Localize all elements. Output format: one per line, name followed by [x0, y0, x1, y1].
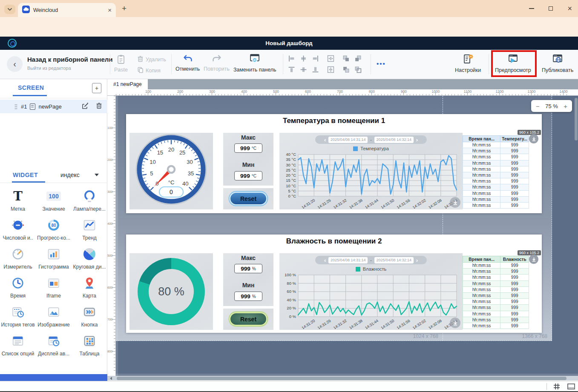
align-right-icon[interactable] [312, 55, 320, 63]
align-bottom-icon[interactable] [312, 66, 320, 74]
donut-widget[interactable]: 80 % [129, 253, 213, 330]
range-prev-icon[interactable]: ‹ [324, 258, 326, 263]
data-table-widget[interactable]: 960 x 105.2 Время пан... Температу... hh… [463, 135, 529, 209]
window-maximize-icon[interactable] [549, 6, 553, 11]
distribute-v-icon[interactable] [327, 66, 336, 74]
vertical-scrollbar[interactable] [575, 97, 578, 374]
max-input[interactable]: 999°C [234, 143, 262, 153]
boundary-toggle-icon[interactable] [567, 383, 575, 391]
bring-front-icon[interactable] [354, 55, 363, 63]
send-backward-icon[interactable] [342, 66, 351, 74]
widget-item[interactable]: Список опций [0, 330, 36, 359]
zoom-out-button[interactable]: − [536, 103, 540, 110]
page-list-item[interactable]: #1 newPage [0, 100, 107, 113]
align-top-icon[interactable] [288, 66, 296, 74]
drag-handle-icon[interactable] [14, 104, 17, 109]
minmax-widget[interactable]: Макс 999°C Мин 999°C [223, 133, 273, 186]
align-left-icon[interactable] [288, 55, 296, 63]
date-range-control[interactable]: ‹ 2025/04/08 14:31:14 - 2025/04/08 14:32… [315, 256, 427, 264]
widget-item[interactable]: T Метка [0, 186, 36, 215]
edit-page-icon[interactable] [82, 102, 89, 111]
distribute-h-icon[interactable] [327, 55, 336, 63]
trend-chart-widget[interactable]: ‹ 2025/04/08 14:31:14 - 2025/04/08 14:32… [279, 253, 463, 330]
gauge-widget[interactable]: 0510152025303540 °C 0 [129, 133, 213, 209]
widget-item[interactable]: Тренд [72, 215, 107, 243]
widget-item[interactable]: 80 Прогресс-ко... [36, 215, 72, 243]
widget-item[interactable]: Карта [72, 272, 107, 301]
tab-index[interactable]: индекс [60, 172, 80, 178]
copy-button[interactable]: Копия [137, 66, 161, 74]
minmax-widget[interactable]: Макс 999% Мин 999% [223, 253, 273, 306]
widget-item[interactable]: Время [0, 272, 36, 301]
date-range-control[interactable]: ‹ 2025/04/08 14:31:14 - 2025/04/08 14:32… [315, 135, 427, 144]
horizontal-scrollbar[interactable] [107, 376, 578, 381]
add-page-button[interactable]: + [92, 83, 101, 93]
download-table-icon[interactable] [529, 255, 538, 264]
download-table-icon[interactable] [529, 134, 538, 143]
send-back-icon[interactable] [354, 66, 363, 74]
range-prev-icon[interactable]: ‹ [324, 137, 326, 143]
date-to-input[interactable]: 2025/04/08 14:32:14 [374, 257, 414, 263]
max-input[interactable]: 999% [234, 264, 262, 273]
widget-item[interactable]: Гистограмма [36, 243, 72, 272]
tab-screen[interactable]: SCREEN [18, 84, 44, 91]
widget-item[interactable]: Изображение [36, 301, 72, 330]
widget-item[interactable]: Дисплей ав... [36, 330, 72, 359]
grid-toggle-icon[interactable] [553, 383, 560, 392]
bring-forward-icon[interactable] [342, 55, 351, 63]
min-input[interactable]: 999°C [234, 171, 262, 180]
widget-item[interactable]: Iframe [36, 272, 72, 301]
settings-button[interactable]: Настройки [455, 53, 481, 73]
download-chart-icon[interactable] [450, 197, 460, 208]
new-tab-button[interactable]: + [122, 4, 127, 13]
svg-text:14:31:32: 14:31:32 [333, 198, 348, 209]
date-from-input[interactable]: 2025/04/08 14:31:14 [328, 137, 368, 143]
window-close-icon[interactable]: × [567, 5, 572, 12]
widget-item[interactable]: История тегов [0, 301, 36, 330]
browser-tab[interactable]: Weincloud × [18, 3, 116, 17]
panel-temperature[interactable]: Температура в помещении 1 05101520253035… [126, 114, 542, 213]
align-middle-icon[interactable] [300, 66, 308, 74]
undo-button[interactable]: Отменить [175, 54, 200, 72]
widget-item[interactable]: Таблица [72, 330, 107, 359]
widget-item[interactable]: Лампа/пере... [72, 186, 107, 215]
min-input[interactable]: 999% [234, 292, 262, 301]
svg-text:20 %: 20 % [287, 306, 296, 310]
delete-page-icon[interactable] [96, 102, 102, 111]
more-tools-button[interactable]: ••• [377, 60, 386, 67]
widget-item[interactable]: Круговая ди... [72, 243, 107, 272]
widget-item[interactable]: Числовой и.. [0, 215, 36, 243]
paste-button[interactable]: Paste [114, 54, 128, 73]
date-to-input[interactable]: 2025/04/08 14:32:14 [374, 137, 414, 143]
scroll-left-arrow-icon[interactable] [110, 377, 112, 380]
page-name[interactable]: newPage [38, 103, 82, 110]
back-button[interactable]: ‹ [7, 56, 23, 72]
date-from-input[interactable]: 2025/04/08 14:31:14 [328, 257, 368, 263]
reset-button[interactable]: Reset [230, 312, 267, 326]
preview-button[interactable]: Предпросмотр [495, 53, 531, 73]
widget-item[interactable]: 100 Значение [36, 186, 72, 215]
delete-button[interactable]: Удалить [137, 55, 166, 63]
tab-search-button[interactable] [4, 5, 15, 14]
window-minimize-icon[interactable] [529, 8, 534, 9]
reset-button[interactable]: Reset [230, 192, 267, 205]
publish-button[interactable]: Публиковать [542, 53, 573, 73]
panel-humidity[interactable]: Влажность в помещении 2 80 % Макс 999% М… [126, 235, 542, 333]
range-next-icon[interactable]: › [416, 258, 418, 263]
back-title[interactable]: Назад к приборной панели [27, 56, 113, 63]
data-table-widget[interactable]: 960 x 105.2 Время пан... Влажность hh:mm… [463, 256, 529, 329]
redo-button[interactable]: Повторить [204, 54, 230, 72]
widget-item[interactable]: Кнопка [72, 301, 107, 330]
replace-panel-button[interactable]: Заменить панель [233, 53, 276, 73]
align-center-h-icon[interactable] [300, 55, 308, 63]
zoom-in-button[interactable]: + [564, 103, 567, 110]
tab-close-icon[interactable]: × [108, 7, 112, 13]
chevron-down-icon[interactable] [95, 174, 99, 176]
page-tab[interactable]: #1 newPage [107, 79, 148, 89]
canvas-viewport[interactable]: 1024 x 768 1366 x 768 Температура в поме… [116, 96, 578, 376]
tab-widget[interactable]: WIDGET [13, 172, 38, 178]
widget-item[interactable]: Измеритель [0, 243, 36, 272]
download-chart-icon[interactable] [450, 318, 460, 328]
trend-chart-widget[interactable]: ‹ 2025/04/08 14:31:14 - 2025/04/08 14:32… [279, 133, 463, 209]
range-next-icon[interactable]: › [416, 137, 418, 143]
